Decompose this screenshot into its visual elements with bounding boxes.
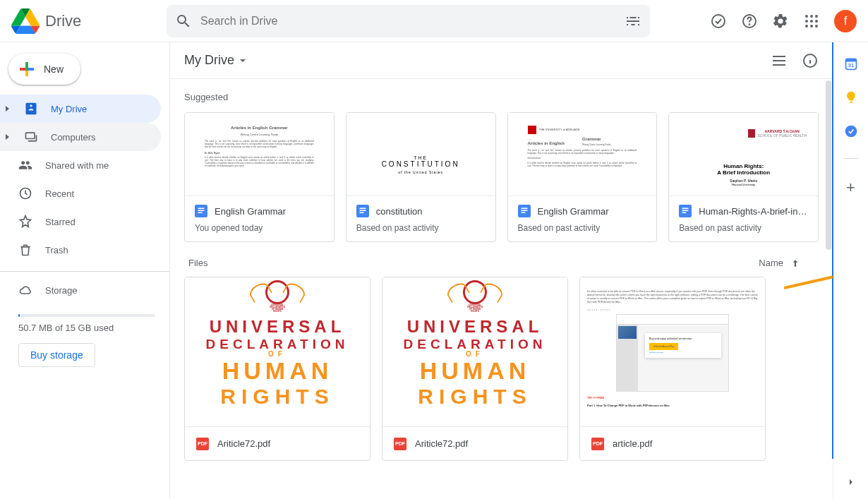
file-title: English Grammar	[215, 206, 286, 217]
svg-point-3	[805, 15, 808, 18]
svg-rect-21	[359, 210, 366, 212]
nav-recent[interactable]: Recent	[0, 179, 161, 208]
svg-point-8	[815, 20, 818, 23]
nav-label: Starred	[45, 217, 76, 227]
calendar-icon[interactable]: 31	[844, 56, 858, 71]
svg-rect-20	[359, 208, 366, 210]
files-row: UNIVERSALDECLARATIONOF HUMANRIGHTS UNIVE…	[170, 277, 833, 461]
svg-rect-17	[198, 210, 205, 212]
suggested-card[interactable]: Articles in English Grammar Writing Cent…	[184, 112, 334, 242]
file-name: article.pdf	[613, 438, 652, 449]
suggested-card[interactable]: THE CONSTITUTION of the United States co…	[346, 112, 496, 242]
header-actions: f	[710, 10, 857, 32]
shared-icon	[18, 158, 32, 172]
search-bar[interactable]	[167, 5, 650, 37]
svg-point-7	[810, 20, 813, 23]
file-card[interactable]: UNIVERSALDECLARATIONOF HUMANRIGHTS UNIVE…	[184, 277, 370, 461]
file-name: Ariticle72.pdf	[217, 438, 270, 449]
file-preview: HARVARD T.H.CHANSCHOOL OF PUBLIC HEALTH …	[669, 113, 818, 196]
suggested-row: Articles in English Grammar Writing Cent…	[170, 112, 833, 242]
sort-label: Name	[759, 258, 783, 268]
add-addon-button[interactable]: +	[846, 179, 855, 197]
search-icon	[175, 13, 192, 30]
star-icon	[18, 215, 32, 229]
nav-trash[interactable]: Trash	[0, 236, 161, 264]
side-panel: 31 +	[833, 42, 868, 499]
apps-icon[interactable]	[803, 13, 820, 30]
file-preview: Articles in English Grammar Writing Cent…	[185, 113, 334, 196]
file-card[interactable]: UNIVERSALDECLARATIONOF HUMANRIGHTS UNIVE…	[382, 277, 568, 461]
nav-label: My Drive	[51, 104, 87, 114]
account-avatar[interactable]: f	[834, 10, 857, 32]
file-subtitle: Based on past activity	[679, 223, 808, 233]
suggested-label: Suggested	[170, 79, 833, 112]
svg-rect-16	[198, 208, 205, 210]
file-preview: UNIVERSALDECLARATIONOF HUMANRIGHTS UNIVE…	[185, 277, 370, 426]
svg-rect-28	[682, 208, 689, 210]
nav-shared[interactable]: Shared with me	[0, 151, 161, 179]
file-subtitle: Based on past activity	[356, 223, 486, 233]
logo-area[interactable]: Drive	[11, 7, 167, 35]
expand-arrow-icon[interactable]	[3, 105, 11, 112]
new-button-label: New	[44, 64, 64, 75]
details-icon[interactable]	[802, 52, 819, 69]
docs-icon	[518, 205, 531, 217]
nav-starred[interactable]: Starred	[0, 208, 161, 236]
my-drive-icon	[24, 102, 38, 116]
list-view-icon[interactable]	[771, 52, 788, 69]
svg-rect-25	[521, 210, 527, 212]
buy-storage-button[interactable]: Buy storage	[18, 343, 95, 367]
storage-section: 50.7 MB of 15 GB used Buy storage	[0, 304, 169, 367]
svg-point-11	[815, 25, 818, 28]
new-button[interactable]: New	[8, 54, 80, 85]
search-input[interactable]	[200, 15, 616, 28]
ready-offline-icon[interactable]	[710, 13, 727, 30]
breadcrumb[interactable]: My Drive	[184, 53, 247, 68]
files-header: Files Name	[170, 242, 833, 277]
plus-icon	[18, 61, 35, 78]
nav-label: Recent	[45, 188, 74, 199]
svg-rect-26	[521, 212, 525, 214]
docs-icon	[195, 205, 207, 217]
tasks-icon[interactable]	[844, 124, 858, 138]
sort-button[interactable]: Name	[759, 258, 800, 268]
nav-computers[interactable]: Computers	[0, 123, 161, 151]
svg-rect-29	[682, 210, 689, 212]
file-title: constitution	[376, 206, 423, 217]
suggested-card[interactable]: THE UNIVERSITY of ADELAIDE ——Articles in…	[507, 112, 658, 242]
content-header: My Drive	[170, 42, 833, 79]
svg-point-2	[749, 24, 750, 25]
svg-point-9	[805, 25, 808, 28]
svg-rect-34	[845, 59, 856, 61]
divider	[0, 271, 169, 272]
docs-icon	[356, 205, 369, 217]
suggested-card[interactable]: HARVARD T.H.CHANSCHOOL OF PUBLIC HEALTH …	[668, 112, 819, 242]
keep-icon[interactable]	[844, 90, 858, 104]
file-subtitle: You opened today	[195, 223, 324, 233]
svg-rect-18	[198, 212, 203, 214]
pdf-icon: PDF	[591, 438, 604, 450]
file-card[interactable]: It's often essential to be able to conve…	[579, 277, 766, 461]
nav-label: Trash	[45, 245, 68, 255]
svg-point-5	[815, 15, 818, 18]
nav-my-drive[interactable]: My Drive	[0, 95, 161, 123]
hide-panel-icon[interactable]	[845, 476, 857, 488]
file-preview: It's often essential to be able to conve…	[580, 277, 765, 426]
expand-arrow-icon[interactable]	[3, 133, 11, 140]
file-preview: THE CONSTITUTION of the United States	[346, 113, 495, 196]
nav-label: Shared with me	[45, 160, 109, 171]
storage-bar	[18, 314, 155, 317]
svg-point-6	[805, 20, 808, 23]
nav-label: Storage	[45, 285, 78, 296]
nav-label: Computers	[51, 132, 96, 143]
cloud-icon	[18, 283, 32, 297]
search-options-icon[interactable]	[625, 13, 641, 30]
support-icon[interactable]	[741, 13, 758, 30]
nav-storage[interactable]: Storage	[0, 276, 161, 304]
drive-logo-icon	[11, 7, 40, 35]
settings-icon[interactable]	[772, 13, 789, 30]
computers-icon	[24, 130, 38, 144]
file-preview: UNIVERSALDECLARATIONOF HUMANRIGHTS UNIVE…	[382, 277, 567, 426]
trash-icon	[18, 243, 32, 257]
svg-rect-30	[682, 212, 687, 214]
